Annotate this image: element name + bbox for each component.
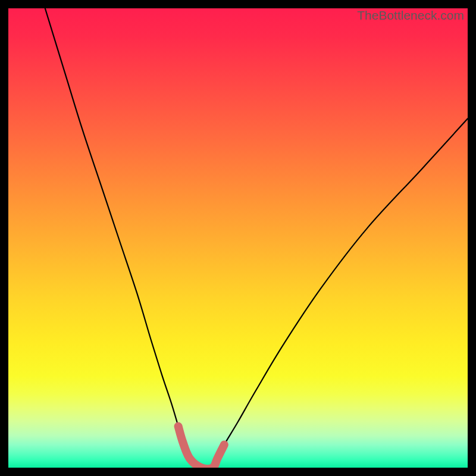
chart-plot-area: TheBottleneck.com xyxy=(8,8,468,468)
chart-svg xyxy=(8,8,468,468)
highlight-segment-path xyxy=(178,427,224,468)
bottleneck-curve-path xyxy=(45,8,468,468)
chart-frame: TheBottleneck.com xyxy=(0,0,476,476)
